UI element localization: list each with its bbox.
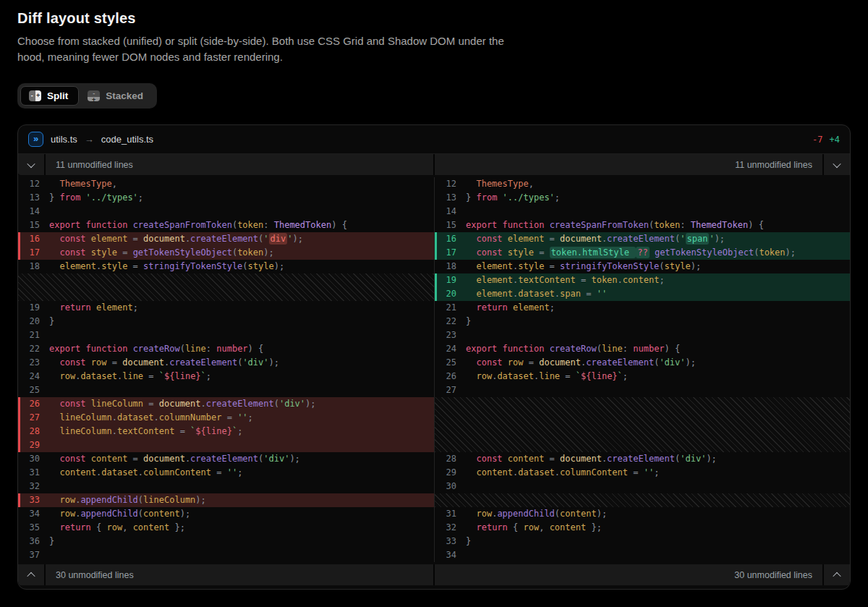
split-button-label: Split <box>47 90 68 101</box>
line-number: 31 <box>18 466 40 480</box>
bottom-unmodified-bar-left[interactable]: 30 unmodified lines <box>46 564 433 585</box>
code-row: 24 row.dataset.line = `${line}`; <box>18 370 434 383</box>
line-number: 14 <box>18 205 40 218</box>
line-number: 34 <box>435 548 456 562</box>
code-row: 18 element.style = stringifyTokenStyle(s… <box>18 260 434 273</box>
diff-counts: -7 +4 <box>812 135 840 145</box>
expand-top-right-button[interactable] <box>824 154 850 175</box>
stacked-button[interactable]: -+ Stacked <box>79 86 154 106</box>
code-text: export function createRow(line: number) … <box>466 342 680 356</box>
line-number: 27 <box>435 383 456 397</box>
code-text: export function createSpanFromToken(toke… <box>49 218 347 232</box>
code-row: 37 <box>18 548 434 562</box>
code-row: 21 <box>18 328 434 342</box>
code-text: } from '../types'; <box>466 191 560 205</box>
code-text: const content = document.createElement('… <box>49 452 300 466</box>
line-number: 18 <box>18 260 40 273</box>
stacked-layout-icon: -+ <box>88 90 100 101</box>
layout-toggle: -+ Split -+ Stacked <box>17 83 157 109</box>
code-row: 16 const element = document.createElemen… <box>435 232 850 246</box>
file-to: code_utils.ts <box>101 134 153 145</box>
code-row: 29 content.dataset.columnContent = ''; <box>435 466 850 480</box>
code-row: 36} <box>18 535 434 548</box>
code-text: lineColumn.dataset.columnNumber = ''; <box>49 411 253 425</box>
code-row: 31 content.dataset.columnContent = ''; <box>18 466 434 480</box>
file-type-icon: » <box>28 132 43 147</box>
line-number: 13 <box>18 191 40 205</box>
line-number: 31 <box>435 507 456 521</box>
code-row: 34 <box>435 548 850 562</box>
line-number: 20 <box>435 287 456 301</box>
line-number: 12 <box>435 177 456 191</box>
line-number: 28 <box>18 425 40 438</box>
code-row: 33} <box>435 535 850 548</box>
code-text: const style = token.htmlStyle ?? getToke… <box>466 246 796 260</box>
bottom-unmodified-bar-right[interactable]: 30 unmodified lines <box>435 564 822 585</box>
code-row: 28 lineColumn.textContent = `${line}`; <box>18 425 434 438</box>
line-number: 23 <box>435 328 456 342</box>
diff-header: » utils.ts → code_utils.ts -7 +4 <box>18 125 850 154</box>
line-number: 32 <box>435 521 456 535</box>
line-number: 18 <box>435 260 456 273</box>
code-row: 12 ThemesType, <box>18 177 434 191</box>
line-number: 25 <box>18 383 40 397</box>
code-text: row.appendChild(lineColumn); <box>49 493 206 507</box>
line-number: 33 <box>18 493 40 507</box>
code-row: 15export function createSpanFromToken(to… <box>18 218 434 232</box>
code-row: 17 const style = getTokenStyleObject(tok… <box>18 246 434 260</box>
code-text: row.appendChild(content); <box>466 507 607 521</box>
code-row: 25 const row = document.createElement('d… <box>435 356 850 370</box>
line-number: 30 <box>18 452 40 466</box>
chevron-up-icon <box>833 572 841 580</box>
code-row: 19 return element; <box>18 301 434 315</box>
code-text: row.dataset.line = `${line}`; <box>466 370 628 383</box>
line-number: 20 <box>18 315 40 328</box>
line-number: 33 <box>435 535 456 548</box>
code-row: 28 const content = document.createElemen… <box>435 452 850 466</box>
expand-bottom-left-button[interactable] <box>18 564 44 585</box>
code-text: ThemesType, <box>466 177 534 191</box>
line-number: 19 <box>435 273 456 287</box>
expand-bottom-right-button[interactable] <box>824 564 850 585</box>
expand-top-left-button[interactable] <box>18 154 44 175</box>
code-text: } <box>466 535 471 548</box>
right-pane: 12 ThemesType,13} from '../types';1415ex… <box>434 177 850 562</box>
code-row: 30 <box>435 480 850 493</box>
file-from: utils.ts <box>51 134 77 145</box>
line-number: 24 <box>435 342 456 356</box>
top-unmodified-bar-right[interactable]: 11 unmodified lines <box>435 154 822 175</box>
code-row: 13} from '../types'; <box>435 191 850 205</box>
line-number: 36 <box>18 535 40 548</box>
line-number: 12 <box>18 177 40 191</box>
code-row: 18 element.style = stringifyTokenStyle(s… <box>435 260 850 273</box>
code-row: 20 element.dataset.span = '' <box>435 287 850 301</box>
code-row: 15export function createSpanFromToken(to… <box>435 218 850 232</box>
line-number: 27 <box>18 411 40 425</box>
code-text: const row = document.createElement('div'… <box>466 356 696 370</box>
hatch-band <box>18 273 434 301</box>
line-number: 25 <box>435 356 456 370</box>
code-text: row.appendChild(content); <box>49 507 190 521</box>
split-button[interactable]: -+ Split <box>20 86 79 106</box>
chevron-up-icon <box>27 572 35 580</box>
line-number: 26 <box>435 370 456 383</box>
code-text: element.textContent = token.content; <box>466 273 665 287</box>
code-text: } <box>49 315 54 328</box>
removed-count: -7 <box>812 135 822 145</box>
added-count: +4 <box>830 135 840 145</box>
line-number: 17 <box>435 246 456 260</box>
code-text: export function createSpanFromToken(toke… <box>466 218 764 232</box>
code-row: 16 const element = document.createElemen… <box>18 232 434 246</box>
top-collapse-row: 11 unmodified lines 11 unmodified lines <box>18 154 850 175</box>
code-text: lineColumn.textContent = `${line}`; <box>49 425 242 438</box>
line-number: 15 <box>435 218 456 232</box>
code-row: 12 ThemesType, <box>435 177 850 191</box>
code-text: } <box>466 315 471 328</box>
code-row: 14 <box>435 205 850 218</box>
top-unmodified-bar-left[interactable]: 11 unmodified lines <box>46 154 433 175</box>
line-number: 26 <box>18 397 40 411</box>
diff-panel: » utils.ts → code_utils.ts -7 +4 11 unmo… <box>17 124 851 590</box>
chevron-down-icon <box>833 159 841 167</box>
code-text: const lineColumn = document.createElemen… <box>49 397 316 411</box>
code-text: const element = document.createElement('… <box>49 232 303 246</box>
